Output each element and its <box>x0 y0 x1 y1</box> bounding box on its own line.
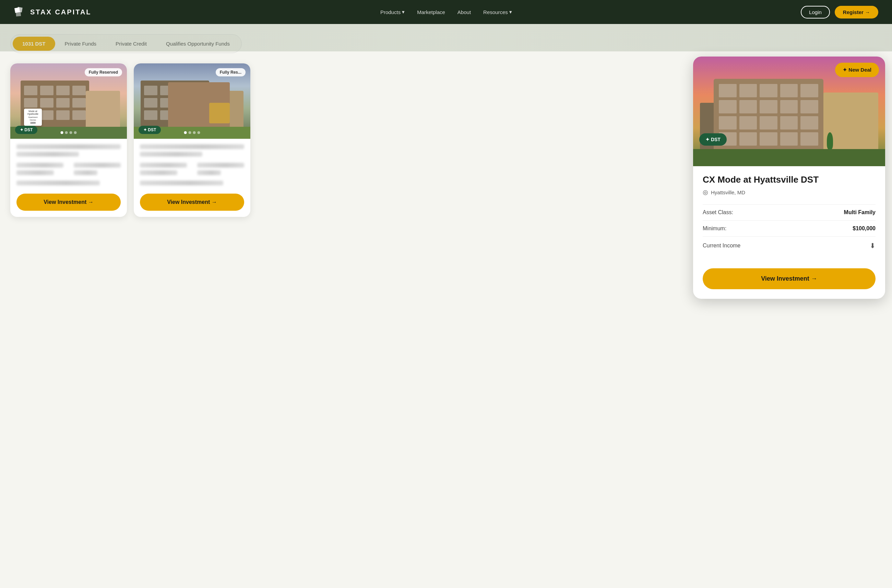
dst-detail-button[interactable]: ✦ DST <box>699 133 727 146</box>
main-area: 1031 DST Private Funds Private Credit Qu… <box>0 24 892 588</box>
view-investment-btn-detail[interactable]: View Investment → <box>703 268 875 289</box>
badge-fully-reserved-1: Fully Reserved <box>85 68 122 76</box>
view-investment-btn-1[interactable]: View Investment → <box>17 194 121 211</box>
dot-2-2[interactable] <box>193 131 196 134</box>
nav-actions: Login Register → <box>801 6 878 18</box>
badge-fully-reserved-2: Fully Res... <box>216 68 245 76</box>
detail-location-text: Hyattsville, MD <box>711 189 745 195</box>
nav-about[interactable]: About <box>457 9 471 15</box>
brand-name: STAX CAPITAL <box>30 8 92 16</box>
detail-footer: View Investment → <box>693 263 885 299</box>
detail-row-asset: Asset Class: Multi Family <box>703 204 875 220</box>
dot-1-3[interactable] <box>74 131 77 134</box>
navbar: STAX CAPITAL Products ▾ Marketplace Abou… <box>0 0 892 24</box>
detail-trees <box>827 132 833 151</box>
investment-card-2: Fully Res... ✦ DST <box>134 63 250 217</box>
dot-2-0[interactable] <box>184 131 187 134</box>
blurred-title-1 <box>17 144 121 149</box>
detail-title: CX Mode at Hyattsville DST <box>703 174 875 185</box>
dot-1-2[interactable] <box>70 131 72 134</box>
location-icon: ◎ <box>703 189 708 196</box>
dot-1-1[interactable] <box>65 131 68 134</box>
building-side <box>86 91 120 129</box>
detail-card: Mode atHyattsvilleApartment Homes 3300 ✦… <box>693 57 885 299</box>
dot-nav-2 <box>184 131 200 134</box>
cards-row: Mode atHyattsvilleApartment Homes3300 Fu… <box>10 63 882 217</box>
detail-row-minimum: Minimum: $100,000 <box>703 220 875 236</box>
detail-image: Mode atHyattsvilleApartment Homes 3300 ✦… <box>693 57 885 166</box>
view-investment-btn-2[interactable]: View Investment → <box>140 194 244 211</box>
property-sign-1: Mode atHyattsvilleApartment Homes3300 <box>24 109 42 126</box>
badge-dst-2: ✦ DST <box>138 126 161 134</box>
detail-info: CX Mode at Hyattsville DST ◎ Hyattsville… <box>693 166 885 263</box>
meta-row-1 <box>17 163 121 178</box>
minimum-label: Minimum: <box>703 225 727 232</box>
dot-1-0[interactable] <box>61 131 63 134</box>
investment-card-1: Mode atHyattsvilleApartment Homes3300 Fu… <box>10 63 127 217</box>
asset-class-label: Asset Class: <box>703 209 733 216</box>
blurred-sub-1 <box>17 152 79 157</box>
detail-ground <box>693 149 885 166</box>
meta-row-2 <box>140 163 244 178</box>
flowers <box>209 103 230 123</box>
logo: STAX CAPITAL <box>14 6 92 18</box>
minimum-value: $100,000 <box>853 225 875 232</box>
card-2-image: Fully Res... ✦ DST <box>134 63 250 139</box>
nav-resources[interactable]: Resources ▾ <box>483 9 512 15</box>
nav-links: Products ▾ Marketplace About Resources ▾ <box>380 9 512 15</box>
detail-location: ◎ Hyattsville, MD <box>703 189 875 196</box>
blurred-title-2 <box>140 144 244 149</box>
register-button[interactable]: Register → <box>835 6 878 18</box>
card-1-body <box>10 139 127 194</box>
dot-2-1[interactable] <box>189 131 191 134</box>
card-2-footer: View Investment → <box>134 194 250 217</box>
download-icon[interactable]: ⬇ <box>870 242 875 250</box>
bg-strip <box>0 24 892 51</box>
card-1-image: Mode atHyattsvilleApartment Homes3300 Fu… <box>10 63 127 139</box>
asset-class-value: Multi Family <box>844 209 875 216</box>
login-button[interactable]: Login <box>801 6 830 18</box>
svg-rect-2 <box>16 11 21 16</box>
current-income-label: Current Income <box>703 243 740 249</box>
detail-row-income: Current Income ⬇ <box>703 236 875 255</box>
new-deal-button[interactable]: ✦ New Deal <box>835 63 879 77</box>
nav-marketplace[interactable]: Marketplace <box>417 9 445 15</box>
nav-products[interactable]: Products ▾ <box>380 9 405 15</box>
dot-2-3[interactable] <box>197 131 200 134</box>
detail-bldg-main <box>714 79 823 151</box>
dot-nav-1 <box>61 131 77 134</box>
card-2-body <box>134 139 250 194</box>
card-1-footer: View Investment → <box>10 194 127 217</box>
blurred-sub-2 <box>140 152 202 157</box>
badge-dst-1: ✦ DST <box>15 126 38 134</box>
